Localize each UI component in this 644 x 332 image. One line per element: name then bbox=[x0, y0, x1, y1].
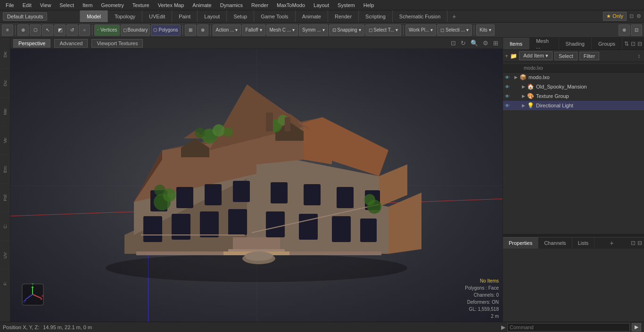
menu-toggle-button[interactable]: ≡ bbox=[2, 24, 13, 36]
tab-groups[interactable]: Groups bbox=[592, 38, 622, 49]
layout-dropdown[interactable]: Default Layouts bbox=[3, 12, 47, 21]
kits-dropdown[interactable]: Kits ▾ bbox=[476, 24, 495, 36]
boundary-button[interactable]: ◻ Boundary bbox=[121, 24, 150, 36]
action-dropdown[interactable]: Action ... ▾ bbox=[213, 24, 241, 36]
sidebar-item-pol[interactable]: Pol: bbox=[1, 183, 9, 211]
panel-sort-icon[interactable]: ⇅ bbox=[624, 40, 629, 47]
layout-tab-animate[interactable]: Animate bbox=[296, 10, 328, 22]
select-tool-button[interactable]: ↖ bbox=[42, 24, 53, 36]
command-input[interactable] bbox=[507, 323, 630, 332]
tree-item-dirlight[interactable]: 👁 ▶ 💡 Directional Light bbox=[503, 101, 644, 110]
viewport-refresh-icon[interactable]: ↻ bbox=[459, 40, 467, 47]
transform-button[interactable]: ⊞ bbox=[185, 24, 196, 36]
menubar-item-view[interactable]: View bbox=[36, 1, 55, 9]
layout-tab-render[interactable]: Render bbox=[328, 10, 359, 22]
sidebar-item-em[interactable]: Em: bbox=[1, 154, 9, 183]
menubar-item-help[interactable]: Help bbox=[360, 1, 378, 9]
menubar-item-vertex map[interactable]: Vertex Map bbox=[154, 1, 188, 9]
menubar-item-select[interactable]: Select bbox=[56, 1, 78, 9]
symmetry-dropdown[interactable]: Symm ... ▾ bbox=[299, 24, 328, 36]
layout-tab-layout[interactable]: Layout bbox=[198, 10, 227, 22]
select-button[interactable]: Select bbox=[554, 52, 578, 60]
eye-icon-mansion[interactable]: 👁 bbox=[505, 84, 512, 89]
eye-icon-dirlight[interactable]: 👁 bbox=[505, 103, 512, 108]
panel-close-icon[interactable]: ⊟ bbox=[637, 40, 642, 47]
icon-dirlight: 💡 bbox=[527, 102, 534, 109]
sidebar-item-ve[interactable]: Ve: bbox=[1, 126, 9, 154]
props-close-icon[interactable]: ⊟ bbox=[637, 240, 642, 246]
menubar-item-render[interactable]: Render bbox=[248, 1, 272, 9]
sidebar-item-de[interactable]: De: bbox=[1, 40, 9, 68]
tab-channels[interactable]: Channels bbox=[538, 237, 572, 249]
props-expand-icon[interactable]: ⊡ bbox=[631, 240, 636, 246]
vertex-tool-button[interactable]: ⬡ bbox=[30, 24, 41, 36]
layout-tab-game-tools[interactable]: Game Tools bbox=[254, 10, 296, 22]
tab-lists[interactable]: Lists bbox=[572, 237, 595, 249]
menubar-item-layout[interactable]: Layout bbox=[310, 1, 333, 9]
props-add-button[interactable]: + bbox=[606, 237, 618, 249]
layout-tab-add[interactable]: + bbox=[447, 13, 461, 20]
eye-icon-modo[interactable]: 👁 bbox=[505, 75, 512, 80]
paint-tool-button[interactable]: ◩ bbox=[54, 24, 66, 36]
sidebar-item-uv[interactable]: UV: bbox=[1, 241, 9, 269]
menubar-item-texture[interactable]: Texture bbox=[129, 1, 153, 9]
vertices-button[interactable]: ⬝ Vertices bbox=[94, 24, 120, 36]
viewport-canvas[interactable]: No Items Polygons : Face Channels: 0 Def… bbox=[10, 49, 503, 322]
settings-icon[interactable]: ⚙ bbox=[636, 13, 641, 19]
viewport-settings-icon[interactable]: ⚙ bbox=[481, 40, 490, 47]
menubar-item-geometry[interactable]: Geometry bbox=[97, 1, 127, 9]
menubar-item-edit[interactable]: Edit bbox=[19, 1, 35, 9]
layout-tab-paint[interactable]: Paint bbox=[172, 10, 198, 22]
tab-mesh[interactable]: Mesh ... bbox=[529, 38, 559, 49]
mesh-dropdown[interactable]: Mesh C ... ▾ bbox=[266, 24, 298, 36]
maximize-icon[interactable]: ⊡ bbox=[629, 13, 634, 19]
menubar-item-system[interactable]: System bbox=[334, 1, 359, 9]
globe-tool-button[interactable]: ⊕ bbox=[17, 24, 29, 36]
menubar-item-item[interactable]: Item bbox=[79, 1, 96, 9]
fullscreen-button[interactable]: ⊡ bbox=[631, 24, 642, 36]
sidebar-item-c[interactable]: C: bbox=[1, 212, 9, 240]
tree-item-mansion[interactable]: 👁 ▶ 🏠 Old_Spooky_Mansion bbox=[503, 82, 644, 91]
tab-shading[interactable]: Shading bbox=[559, 38, 592, 49]
tab-items[interactable]: Items bbox=[503, 38, 529, 49]
sidebar-item-f[interactable]: F: bbox=[1, 269, 9, 298]
menubar-item-dynamics[interactable]: Dynamics bbox=[216, 1, 247, 9]
tab-advanced[interactable]: Advanced bbox=[54, 39, 88, 48]
star-only-button[interactable]: ★ Only bbox=[603, 12, 627, 21]
menubar-item-file[interactable]: File bbox=[2, 1, 18, 9]
polygons-button[interactable]: ⬡ Polygons bbox=[151, 24, 180, 36]
tree-item-modo[interactable]: 👁 ▶ 📦 modo.lxo bbox=[503, 73, 644, 82]
eye-icon-texgrp[interactable]: 👁 bbox=[505, 94, 512, 99]
tab-perspective[interactable]: Perspective bbox=[13, 39, 50, 48]
layout-tab-model[interactable]: Model bbox=[80, 10, 108, 22]
panel-expand-icon[interactable]: ⊡ bbox=[631, 40, 636, 47]
pivot-button[interactable]: ⊗ bbox=[197, 24, 208, 36]
command-go-button[interactable]: ▶ bbox=[632, 323, 641, 332]
tab-properties[interactable]: Properties bbox=[503, 237, 538, 249]
add-item-button[interactable]: Add Item ▾ bbox=[519, 51, 553, 60]
loop-tool-button[interactable]: ↺ bbox=[66, 24, 78, 36]
layout-tab-uvedit[interactable]: UVEdit bbox=[142, 10, 172, 22]
filter-button[interactable]: Filter bbox=[579, 52, 599, 60]
tab-viewport-textures[interactable]: Viewport Textures bbox=[91, 39, 143, 48]
selection-dropdown[interactable]: ◻ Selecti ... ▾ bbox=[437, 24, 472, 36]
menubar-item-animate[interactable]: Animate bbox=[189, 1, 215, 9]
layout-tab-scripting[interactable]: Scripting bbox=[359, 10, 393, 22]
circle-tool-button[interactable]: ○ bbox=[79, 24, 90, 36]
sidebar-item-me[interactable]: Me: bbox=[1, 97, 9, 125]
falloff-dropdown[interactable]: Falloff ▾ bbox=[242, 24, 265, 36]
select-through-dropdown[interactable]: ◻ Select T... ▾ bbox=[365, 24, 402, 36]
snapping-dropdown[interactable]: ⊡ Snapping ▾ bbox=[329, 24, 364, 36]
workplane-dropdown[interactable]: Work Pl... ▾ bbox=[405, 24, 436, 36]
viewport-frame-icon[interactable]: ⊡ bbox=[449, 40, 457, 47]
menubar-item-maxtomodo[interactable]: MaxToModo bbox=[273, 1, 309, 9]
layout-tab-schematic-fusion[interactable]: Schematic Fusion bbox=[393, 10, 447, 22]
sort-icon[interactable]: ↕ bbox=[636, 53, 642, 59]
sidebar-item-du[interactable]: Du: bbox=[1, 68, 9, 97]
kits-add-button[interactable]: ⊕ bbox=[619, 24, 630, 36]
layout-tab-setup[interactable]: Setup bbox=[227, 10, 254, 22]
tree-item-texgrp[interactable]: 👁 ▶ 🎨 Texture Group bbox=[503, 91, 644, 101]
layout-tab-topology[interactable]: Topology bbox=[108, 10, 142, 22]
viewport-expand-icon[interactable]: ⊞ bbox=[492, 40, 500, 47]
viewport-search-icon[interactable]: 🔍 bbox=[469, 40, 479, 47]
